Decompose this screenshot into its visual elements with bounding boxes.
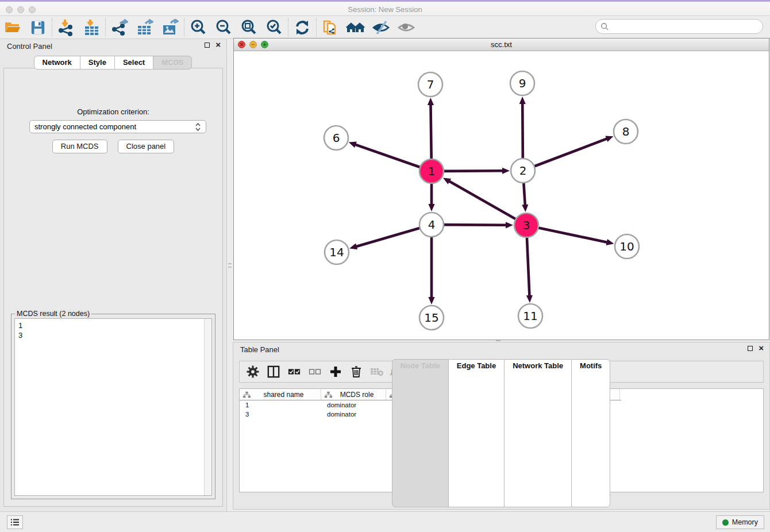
edge-arrow-icon [526,295,533,303]
import-table-icon[interactable] [79,17,104,38]
graph-edge-2-8[interactable] [533,138,608,167]
open-icon[interactable] [0,17,25,38]
edge-arrow-icon [605,136,613,142]
node-label: 7 [427,78,434,91]
table-panel-title: Table Panel [240,345,279,354]
edge-arrow-icon [349,142,357,148]
tab-select[interactable]: Select [114,56,153,70]
zoom-selected-icon[interactable] [261,17,287,38]
search-input[interactable] [611,22,763,31]
mcds-panel: Optimization criterion: strongly connect… [3,68,223,507]
panel-splitter-handle[interactable] [228,263,232,264]
zoom-fit-icon[interactable] [236,17,261,38]
result-item: 3 [18,330,202,340]
home-icon[interactable] [343,17,368,38]
node-label: 3 [523,218,530,232]
criterion-select[interactable]: strongly connected component [29,120,206,133]
tab-edge-table[interactable]: Edge Table [448,359,505,507]
tab-node-table[interactable]: Node Table [392,359,449,507]
task-history-button[interactable] [7,515,23,529]
graph-edge-3-10[interactable] [537,228,609,242]
node-label: 14 [329,245,344,259]
graph-edge-1-2[interactable] [442,171,504,171]
refresh-icon[interactable] [290,17,315,38]
graph-edge-3-11[interactable] [527,236,530,297]
save-icon[interactable] [25,17,51,38]
graph-edge-3-1[interactable] [448,180,517,219]
node-label: 8 [622,125,630,138]
node-label: 9 [519,76,526,90]
search-icon [600,22,609,30]
table-panel: Table Panel × f(x) shared [233,342,770,510]
graph-edge-2-9[interactable] [522,102,523,160]
export-network-icon[interactable] [107,17,132,38]
float-table-panel-icon[interactable] [748,346,753,351]
hide-selected-icon[interactable] [368,17,394,38]
edge-arrow-icon [519,97,526,104]
close-table-panel-icon[interactable]: × [759,345,764,351]
window-title: Session: New Session [0,5,770,14]
tab-motifs[interactable]: Motifs [571,359,610,507]
control-panel: Control Panel × NetworkStyleSelectMCDS O… [0,39,227,511]
edge-arrow-icon [428,98,434,105]
run-mcds-button[interactable]: Run MCDS [52,140,107,153]
network-canvas[interactable]: 7968124314101511 [234,51,769,340]
show-all-icon[interactable] [394,17,419,38]
memory-button[interactable]: Memory [716,515,764,529]
edge-arrow-icon [502,168,510,174]
graph-edge-4-14[interactable] [355,228,421,246]
list-icon [10,518,20,526]
network-view-window: × − + scc.txt 7968124314101511 [233,38,769,340]
graph-edge-1-6[interactable] [354,144,421,168]
tab-network[interactable]: Network [34,56,80,70]
graph-edge-2-3[interactable] [523,182,525,206]
export-image-icon[interactable] [157,17,183,38]
graph-edge-4-3[interactable] [442,225,507,225]
close-panel-icon[interactable]: × [215,42,221,48]
node-label: 6 [333,131,340,145]
close-panel-button[interactable]: Close panel [118,140,175,153]
network-window-titlebar[interactable]: × − + scc.txt [234,38,769,51]
zoom-in-icon[interactable] [186,17,211,38]
import-network-icon[interactable] [53,17,79,38]
control-panel-title: Control Panel [7,42,52,51]
optimization-label: Optimization criterion: [4,107,222,116]
result-scrollbar[interactable] [204,319,211,495]
clone-network-icon[interactable] [318,17,343,38]
search-box[interactable] [595,19,763,34]
network-view-title: scc.txt [234,40,769,49]
main-toolbar [0,16,770,39]
node-label: 11 [523,309,537,323]
edge-arrow-icon [606,239,614,245]
view-splitter-handle[interactable] [496,340,500,341]
tab-style[interactable]: Style [80,56,115,70]
mcds-result-list[interactable]: 13 [14,318,212,496]
edge-arrow-icon [428,297,434,304]
export-table-icon[interactable] [132,17,157,38]
edge-arrow-icon [522,205,528,212]
result-item: 1 [18,321,202,330]
memory-status-icon [722,519,729,526]
node-label: 2 [519,164,527,178]
mcds-result-title: MCDS result (2 nodes) [15,310,91,318]
select-stepper-icon [195,122,201,132]
edge-arrow-icon [506,222,513,228]
memory-label: Memory [732,518,758,526]
table-panel-tabs: Node TableEdge TableNetwork TableMotifs [233,359,769,507]
graph-edge-1-7[interactable] [430,103,431,160]
node-label: 1 [428,164,436,178]
float-panel-icon[interactable] [205,43,210,48]
edge-arrow-icon [349,244,357,250]
control-panel-tabs: NetworkStyleSelectMCDS [0,56,226,70]
edge-arrow-icon [428,204,434,211]
node-label: 15 [424,311,438,325]
tab-mcds[interactable]: MCDS [153,56,192,70]
window-titlebar: Session: New Session [0,0,770,16]
node-label: 4 [428,218,436,232]
tab-network-table[interactable]: Network Table [504,359,572,507]
node-label: 10 [619,240,634,253]
criterion-value: strongly connected component [34,122,195,131]
status-bar: Memory [0,511,770,532]
mcds-result-group: MCDS result (2 nodes) 13 [11,314,215,499]
zoom-out-icon[interactable] [211,17,236,38]
